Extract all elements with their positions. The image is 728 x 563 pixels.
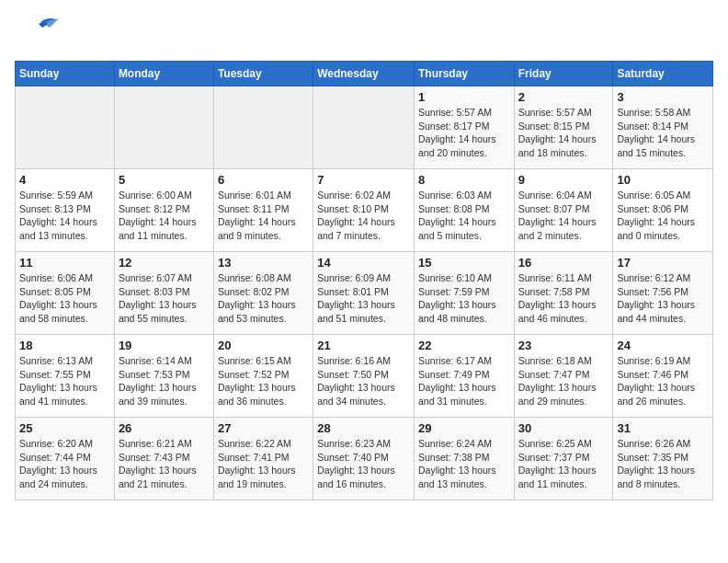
day-info: Sunrise: 6:07 AM Sunset: 8:03 PM Dayligh…: [119, 271, 210, 326]
day-info: Sunrise: 6:05 AM Sunset: 8:06 PM Dayligh…: [617, 189, 709, 243]
day-number: 26: [119, 421, 210, 435]
day-info: Sunrise: 6:01 AM Sunset: 8:11 PM Dayligh…: [218, 189, 309, 243]
calendar-header-sunday: Sunday: [16, 62, 115, 86]
day-info: Sunrise: 6:19 AM Sunset: 7:46 PM Dayligh…: [617, 354, 709, 408]
calendar-cell: 23Sunrise: 6:18 AM Sunset: 7:47 PM Dayli…: [514, 335, 613, 418]
calendar-cell: 4Sunrise: 5:59 AM Sunset: 8:13 PM Daylig…: [16, 169, 115, 252]
calendar-header-row: SundayMondayTuesdayWednesdayThursdayFrid…: [16, 62, 713, 86]
calendar-cell: 7Sunrise: 6:02 AM Sunset: 8:10 PM Daylig…: [313, 169, 415, 252]
day-number: 31: [617, 421, 709, 435]
calendar-cell: 31Sunrise: 6:26 AM Sunset: 7:35 PM Dayli…: [613, 418, 713, 500]
calendar-cell: 29Sunrise: 6:24 AM Sunset: 7:38 PM Dayli…: [414, 418, 514, 500]
day-info: Sunrise: 6:18 AM Sunset: 7:47 PM Dayligh…: [518, 354, 609, 408]
day-info: Sunrise: 5:58 AM Sunset: 8:14 PM Dayligh…: [617, 106, 709, 160]
day-number: 22: [418, 339, 510, 352]
calendar-cell: 14Sunrise: 6:09 AM Sunset: 8:01 PM Dayli…: [313, 252, 415, 335]
day-info: Sunrise: 6:12 AM Sunset: 7:56 PM Dayligh…: [617, 271, 709, 326]
day-number: 13: [218, 256, 309, 270]
day-number: 3: [617, 90, 709, 104]
day-info: Sunrise: 6:21 AM Sunset: 7:43 PM Dayligh…: [119, 437, 210, 491]
page-header: [15, 15, 713, 52]
calendar-cell: 27Sunrise: 6:22 AM Sunset: 7:41 PM Dayli…: [213, 418, 313, 500]
day-info: Sunrise: 6:13 AM Sunset: 7:55 PM Dayligh…: [19, 354, 110, 408]
calendar-cell: 28Sunrise: 6:23 AM Sunset: 7:40 PM Dayli…: [313, 418, 415, 500]
day-number: 6: [218, 173, 309, 187]
calendar-cell: 9Sunrise: 6:04 AM Sunset: 8:07 PM Daylig…: [514, 169, 613, 252]
day-number: 14: [317, 256, 410, 270]
day-info: Sunrise: 6:14 AM Sunset: 7:53 PM Dayligh…: [119, 354, 210, 408]
calendar-cell: 18Sunrise: 6:13 AM Sunset: 7:55 PM Dayli…: [16, 335, 115, 418]
day-info: Sunrise: 6:03 AM Sunset: 8:08 PM Dayligh…: [418, 189, 510, 243]
day-number: 20: [218, 339, 309, 352]
day-number: 15: [418, 256, 510, 270]
day-info: Sunrise: 6:26 AM Sunset: 7:35 PM Dayligh…: [617, 437, 709, 491]
calendar-cell: 15Sunrise: 6:10 AM Sunset: 7:59 PM Dayli…: [414, 252, 514, 335]
calendar-cell: 6Sunrise: 6:01 AM Sunset: 8:11 PM Daylig…: [213, 169, 313, 252]
day-info: Sunrise: 6:20 AM Sunset: 7:44 PM Dayligh…: [19, 437, 110, 491]
day-number: 28: [317, 421, 410, 435]
calendar-cell: 11Sunrise: 6:06 AM Sunset: 8:05 PM Dayli…: [16, 252, 115, 335]
calendar-header-friday: Friday: [514, 62, 613, 86]
day-number: 9: [518, 173, 609, 187]
day-number: 29: [418, 421, 510, 435]
calendar-header-thursday: Thursday: [414, 62, 514, 86]
day-number: 21: [317, 339, 410, 352]
day-info: Sunrise: 6:25 AM Sunset: 7:37 PM Dayligh…: [518, 437, 609, 491]
calendar-header-wednesday: Wednesday: [313, 62, 415, 86]
logo: [15, 15, 64, 52]
calendar-cell: 26Sunrise: 6:21 AM Sunset: 7:43 PM Dayli…: [114, 418, 213, 500]
calendar-cell: 8Sunrise: 6:03 AM Sunset: 8:08 PM Daylig…: [414, 169, 514, 252]
day-info: Sunrise: 6:11 AM Sunset: 7:58 PM Dayligh…: [518, 271, 609, 326]
day-number: 7: [317, 173, 410, 187]
day-number: 12: [119, 256, 210, 270]
day-number: 25: [19, 421, 110, 435]
calendar-cell: 12Sunrise: 6:07 AM Sunset: 8:03 PM Dayli…: [114, 252, 213, 335]
day-info: Sunrise: 6:22 AM Sunset: 7:41 PM Dayligh…: [218, 437, 309, 491]
calendar-cell: 17Sunrise: 6:12 AM Sunset: 7:56 PM Dayli…: [613, 252, 713, 335]
day-number: 1: [418, 90, 510, 104]
day-info: Sunrise: 6:09 AM Sunset: 8:01 PM Dayligh…: [317, 271, 410, 326]
day-info: Sunrise: 5:59 AM Sunset: 8:13 PM Dayligh…: [19, 189, 110, 243]
calendar-week-2: 4Sunrise: 5:59 AM Sunset: 8:13 PM Daylig…: [16, 169, 713, 252]
calendar-cell: [213, 86, 313, 169]
calendar-week-3: 11Sunrise: 6:06 AM Sunset: 8:05 PM Dayli…: [16, 252, 713, 335]
day-number: 30: [518, 421, 609, 435]
calendar-cell: [114, 86, 213, 169]
calendar-cell: 3Sunrise: 5:58 AM Sunset: 8:14 PM Daylig…: [613, 86, 713, 169]
calendar-week-1: 1Sunrise: 5:57 AM Sunset: 8:17 PM Daylig…: [16, 86, 713, 169]
day-number: 19: [119, 339, 210, 352]
calendar-cell: 24Sunrise: 6:19 AM Sunset: 7:46 PM Dayli…: [613, 335, 713, 418]
calendar-cell: 2Sunrise: 5:57 AM Sunset: 8:15 PM Daylig…: [514, 86, 613, 169]
calendar-cell: [16, 86, 115, 169]
day-number: 8: [418, 173, 510, 187]
day-info: Sunrise: 6:06 AM Sunset: 8:05 PM Dayligh…: [19, 271, 110, 326]
day-number: 2: [518, 90, 609, 104]
day-info: Sunrise: 6:23 AM Sunset: 7:40 PM Dayligh…: [317, 437, 410, 491]
day-number: 5: [119, 173, 210, 187]
calendar-cell: [313, 86, 415, 169]
calendar-cell: 5Sunrise: 6:00 AM Sunset: 8:12 PM Daylig…: [114, 169, 213, 252]
day-number: 17: [617, 256, 709, 270]
day-number: 11: [19, 256, 110, 270]
day-info: Sunrise: 5:57 AM Sunset: 8:15 PM Dayligh…: [518, 106, 609, 160]
day-info: Sunrise: 5:57 AM Sunset: 8:17 PM Dayligh…: [418, 106, 510, 160]
calendar-cell: 25Sunrise: 6:20 AM Sunset: 7:44 PM Dayli…: [16, 418, 115, 500]
calendar-cell: 22Sunrise: 6:17 AM Sunset: 7:49 PM Dayli…: [414, 335, 514, 418]
calendar-week-5: 25Sunrise: 6:20 AM Sunset: 7:44 PM Dayli…: [16, 418, 713, 500]
calendar-cell: 21Sunrise: 6:16 AM Sunset: 7:50 PM Dayli…: [313, 335, 415, 418]
day-info: Sunrise: 6:10 AM Sunset: 7:59 PM Dayligh…: [418, 271, 510, 326]
calendar-cell: 1Sunrise: 5:57 AM Sunset: 8:17 PM Daylig…: [414, 86, 514, 169]
calendar-header-tuesday: Tuesday: [213, 62, 313, 86]
day-info: Sunrise: 6:00 AM Sunset: 8:12 PM Dayligh…: [119, 189, 210, 243]
calendar-table: SundayMondayTuesdayWednesdayThursdayFrid…: [15, 61, 713, 500]
day-info: Sunrise: 6:16 AM Sunset: 7:50 PM Dayligh…: [317, 354, 410, 408]
calendar-header-monday: Monday: [114, 62, 213, 86]
day-number: 16: [518, 256, 609, 270]
day-info: Sunrise: 6:15 AM Sunset: 7:52 PM Dayligh…: [218, 354, 309, 408]
day-info: Sunrise: 6:04 AM Sunset: 8:07 PM Dayligh…: [518, 189, 609, 243]
calendar-cell: 16Sunrise: 6:11 AM Sunset: 7:58 PM Dayli…: [514, 252, 613, 335]
calendar-cell: 20Sunrise: 6:15 AM Sunset: 7:52 PM Dayli…: [213, 335, 313, 418]
calendar-cell: 13Sunrise: 6:08 AM Sunset: 8:02 PM Dayli…: [213, 252, 313, 335]
day-info: Sunrise: 6:24 AM Sunset: 7:38 PM Dayligh…: [418, 437, 510, 491]
day-number: 10: [617, 173, 709, 187]
